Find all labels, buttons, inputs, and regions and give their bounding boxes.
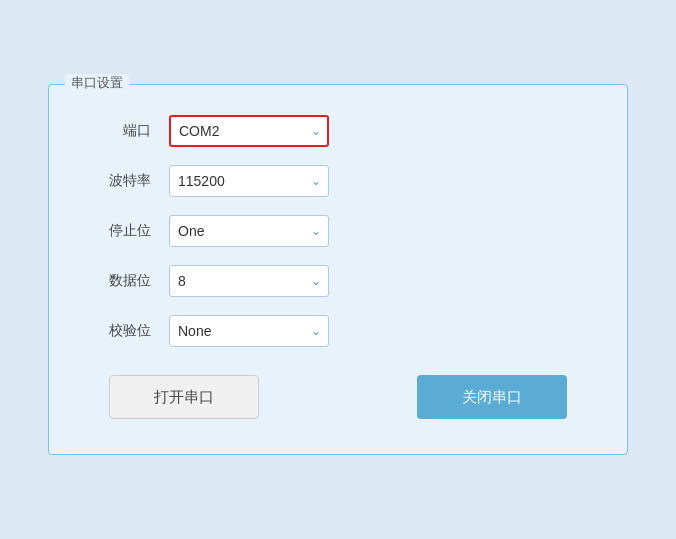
databits-row: 数据位 5 6 7 8 ⌄ (89, 265, 587, 297)
panel-title: 串口设置 (65, 74, 129, 92)
baudrate-select[interactable]: 9600 19200 38400 57600 115200 (169, 165, 329, 197)
databits-label: 数据位 (89, 272, 169, 290)
databits-select[interactable]: 5 6 7 8 (169, 265, 329, 297)
stopbits-select[interactable]: One Two OnePointFive (169, 215, 329, 247)
serial-settings-panel: 串口设置 端口 COM1 COM2 COM3 COM4 ⌄ 波特率 9600 1… (48, 84, 628, 455)
port-select-wrapper[interactable]: COM1 COM2 COM3 COM4 ⌄ (169, 115, 329, 147)
port-label: 端口 (89, 122, 169, 140)
open-port-button[interactable]: 打开串口 (109, 375, 259, 419)
stopbits-row: 停止位 One Two OnePointFive ⌄ (89, 215, 587, 247)
close-port-button[interactable]: 关闭串口 (417, 375, 567, 419)
parity-select[interactable]: None Odd Even Mark Space (169, 315, 329, 347)
parity-row: 校验位 None Odd Even Mark Space ⌄ (89, 315, 587, 347)
baudrate-row: 波特率 9600 19200 38400 57600 115200 ⌄ (89, 165, 587, 197)
baudrate-select-wrapper[interactable]: 9600 19200 38400 57600 115200 ⌄ (169, 165, 329, 197)
stopbits-select-wrapper[interactable]: One Two OnePointFive ⌄ (169, 215, 329, 247)
baudrate-label: 波特率 (89, 172, 169, 190)
port-select[interactable]: COM1 COM2 COM3 COM4 (169, 115, 329, 147)
port-row: 端口 COM1 COM2 COM3 COM4 ⌄ (89, 115, 587, 147)
databits-select-wrapper[interactable]: 5 6 7 8 ⌄ (169, 265, 329, 297)
parity-label: 校验位 (89, 322, 169, 340)
parity-select-wrapper[interactable]: None Odd Even Mark Space ⌄ (169, 315, 329, 347)
button-row: 打开串口 关闭串口 (89, 375, 587, 419)
stopbits-label: 停止位 (89, 222, 169, 240)
